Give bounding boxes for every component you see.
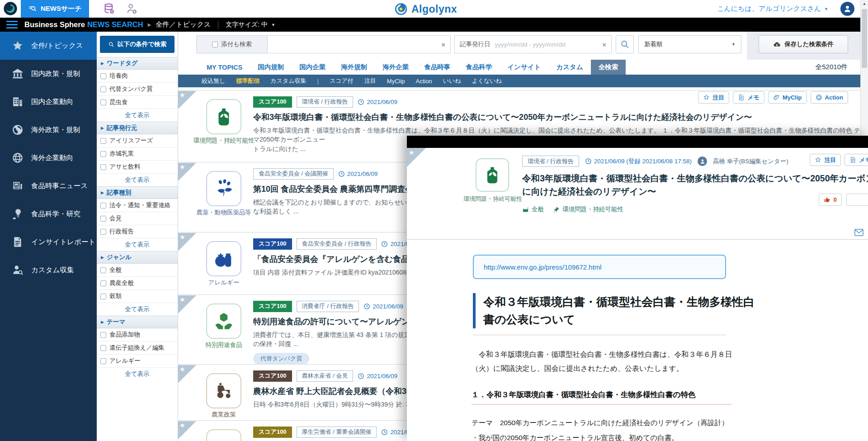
メモ-button[interactable]: メモ: [844, 154, 868, 166]
show-all-link[interactable]: 全て表示: [97, 238, 178, 251]
filter-checkbox-option[interactable]: 会見: [97, 212, 178, 225]
toolbar-item[interactable]: カスタム収集: [265, 77, 311, 85]
breadcrumb-bar: Business SphereNEWS SEARCH ▶ 全件／トピックス 文字…: [0, 18, 868, 32]
word-tag-pill[interactable]: 代替タンパク質: [253, 353, 309, 365]
注目-button[interactable]: 注目: [810, 154, 841, 166]
myclip-button[interactable]: MyClip: [768, 91, 807, 104]
chevron-down-icon: ▼: [824, 7, 828, 11]
article-category-label: 環境問題・持続可能性: [186, 137, 261, 145]
action-button[interactable]: Action: [811, 91, 848, 104]
toolbar-item[interactable]: スコア付: [324, 77, 359, 85]
sort-order-select[interactable]: 新着順 ▼: [638, 35, 741, 53]
filter-checkbox-option[interactable]: 法令・通知・重要連絡: [97, 199, 178, 212]
filter-checkbox-option[interactable]: 全般: [97, 264, 178, 277]
article-source-url[interactable]: http://www.env.go.jp/press/109672.html: [473, 255, 726, 279]
sidebar-item-building[interactable]: 国内企業動向: [0, 88, 97, 116]
tab-海外企業[interactable]: 海外企業: [375, 60, 416, 75]
toolbar-item[interactable]: 絞込無し: [196, 77, 231, 85]
filter-section-header[interactable]: ▶テーマ: [97, 316, 178, 328]
score-badge: スコア100: [253, 301, 292, 312]
sidebar-item-report[interactable]: インサイトレポート: [0, 228, 97, 256]
attachment-search-checkbox[interactable]: 添付も検索: [196, 35, 268, 53]
sidebar-item-psearch[interactable]: カスタム収集: [0, 256, 97, 284]
filter-search-button[interactable]: 以下の条件で検索: [100, 36, 175, 53]
filter-section-header[interactable]: ▶ジャンル: [97, 251, 178, 264]
like-button[interactable]: 0: [819, 194, 842, 206]
news-search-app-tab[interactable]: NEWSサーチ: [21, 0, 89, 18]
tab-食品時事[interactable]: 食品時事: [416, 60, 458, 75]
toolbar-item[interactable]: いいね: [438, 77, 467, 85]
toolbar-item[interactable]: よくないね: [467, 77, 508, 85]
sidebar-item-star[interactable]: 全件/トピックス: [0, 32, 97, 60]
sidebar-item-bank[interactable]: 国内政策・規制: [0, 60, 97, 88]
scrollbar-thumb[interactable]: [862, 9, 867, 68]
company-swirl-logo-icon[interactable]: [3, 1, 18, 16]
sidebar-item-globeg[interactable]: 海外企業動向: [0, 144, 97, 172]
sidebar-item-label: インサイトレポート: [31, 237, 95, 247]
font-size-selector[interactable]: 文字サイズ: 中 ▼: [226, 21, 275, 29]
hamburger-menu-icon[interactable]: [6, 21, 18, 28]
source-tag[interactable]: 環境省 / 行政報告: [297, 96, 354, 108]
tab-食品科学[interactable]: 食品科学: [458, 60, 500, 75]
filter-checkbox-option[interactable]: アイリスフーズ: [97, 134, 178, 147]
filter-checkbox-option[interactable]: 昆虫食: [97, 96, 178, 109]
toolbar-item[interactable]: 注目: [359, 77, 382, 85]
avatar[interactable]: [840, 2, 854, 16]
keyword-input[interactable]: [268, 36, 436, 53]
source-tag[interactable]: 農林水産省 / 会見: [297, 370, 354, 382]
filter-checkbox-option[interactable]: 穀類: [97, 290, 178, 303]
user-settings-icon[interactable]: [126, 3, 138, 15]
tab-海外規制[interactable]: 海外規制: [333, 60, 375, 75]
source-tag[interactable]: 厚生労働省 / 重要会議開催: [297, 427, 377, 438]
sidebar-item-globea[interactable]: 海外政策・規制: [0, 116, 97, 144]
toolbar-item[interactable]: Action: [410, 78, 438, 85]
envelope-icon[interactable]: [854, 227, 864, 238]
filter-checkbox-option[interactable]: 遺伝子組換え／編集: [97, 341, 178, 355]
source-tag[interactable]: 消費者庁 / 行政報告: [297, 301, 359, 312]
show-all-link[interactable]: 全て表示: [97, 174, 178, 186]
clear-keyword-icon[interactable]: ×: [436, 41, 450, 48]
filter-checkbox-option[interactable]: アサヒ飲料: [97, 161, 178, 174]
user-greeting[interactable]: こんにちは、アルゴリンクスさん ▼: [717, 0, 828, 18]
scroll-up-arrow-icon[interactable]: ▲: [861, 0, 868, 7]
filter-checkbox-option[interactable]: 赤城乳業: [97, 147, 178, 161]
search-submit-button[interactable]: [616, 35, 634, 53]
filter-checkbox-option[interactable]: 代替タンパク質: [97, 83, 178, 96]
show-all-link[interactable]: 全て表示: [97, 109, 178, 122]
メモ-button[interactable]: メモ: [733, 91, 764, 104]
filter-checkbox-option[interactable]: 食品添加物: [97, 328, 178, 341]
source-tag[interactable]: 食品安全委員会 / 行政報告: [297, 238, 377, 250]
article-title-link[interactable]: 令和3年版環境白書・循環型社会白書・生物多様性白書の公表について〜2050年カー…: [253, 112, 868, 123]
article-category-label: 農薬・動物医薬品等: [186, 209, 261, 217]
tab-国内規制[interactable]: 国内規制: [250, 60, 292, 75]
checkbox-icon: [100, 73, 106, 79]
toolbar-item[interactable]: 標準配信: [231, 77, 265, 85]
date-range-field[interactable]: 記事発行日 yyyy/mm/dd - yyyy/mm/dd ×: [454, 35, 612, 53]
sidebar-item-bulb[interactable]: 食品科学・研究: [0, 200, 97, 228]
filter-checkbox-option[interactable]: 培養肉: [97, 70, 178, 83]
database-icon[interactable]: [103, 3, 115, 15]
saved-search-button[interactable]: 保存した検索条件: [759, 35, 848, 53]
show-all-link[interactable]: 全て表示: [97, 368, 178, 380]
industry-tag[interactable]: 全般: [522, 205, 544, 213]
topic-tag[interactable]: 環境問題・持続可能性: [553, 205, 623, 213]
source-tag[interactable]: 環境省 / 行政報告: [522, 156, 579, 167]
sidebar-item-news[interactable]: 食品時事ニュース: [0, 172, 97, 200]
filter-checkbox-option[interactable]: アレルギー: [97, 355, 178, 368]
tab-MY TOPICS[interactable]: MY TOPICS: [199, 60, 250, 75]
tab-国内企業[interactable]: 国内企業: [292, 60, 333, 75]
dislike-button[interactable]: [846, 194, 868, 206]
filter-checkbox-option[interactable]: 行政報告: [97, 225, 178, 238]
tab-カスタム[interactable]: カスタム: [548, 60, 590, 75]
filter-section-header[interactable]: ▶ワードタグ: [97, 57, 178, 70]
filter-section-header[interactable]: ▶記事種別: [97, 186, 178, 199]
filter-section-header[interactable]: ▶記事発行元: [97, 122, 178, 134]
tab-インサイト[interactable]: インサイト: [500, 60, 548, 75]
toolbar-item[interactable]: MyClip: [382, 78, 410, 85]
show-all-link[interactable]: 全て表示: [97, 303, 178, 316]
注目-button[interactable]: 注目: [698, 91, 729, 104]
source-tag[interactable]: 食品安全委員会 / 会議開催: [253, 168, 334, 180]
clear-date-icon[interactable]: ×: [597, 41, 611, 48]
tab-全検索[interactable]: 全検索: [591, 60, 626, 75]
filter-checkbox-option[interactable]: 農産全般: [97, 277, 178, 290]
